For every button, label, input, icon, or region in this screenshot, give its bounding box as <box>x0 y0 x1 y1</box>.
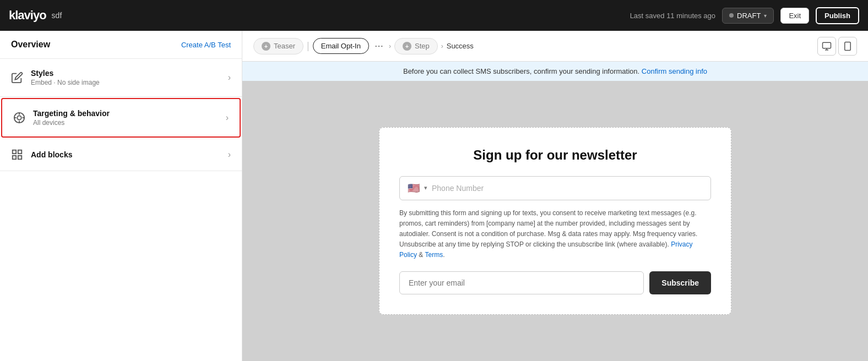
teaser-plus-icon: + <box>262 42 270 51</box>
terms-link[interactable]: Terms <box>425 251 443 259</box>
overview-title: Overview <box>11 40 50 50</box>
draft-button[interactable]: DRAFT ▾ <box>722 8 774 24</box>
flag-chevron-icon: ▾ <box>424 184 427 192</box>
addblocks-title: Add blocks <box>31 150 220 159</box>
sidebar-item-targeting[interactable]: Targeting & behavior All devices › <box>1 98 241 138</box>
last-saved-text: Last saved 11 minutes ago <box>630 12 715 20</box>
sms-banner-text: Before you can collect SMS subscribers, … <box>403 67 639 75</box>
svg-rect-7 <box>18 150 21 154</box>
svg-rect-10 <box>823 42 831 48</box>
step-divider-1: | <box>307 40 310 52</box>
step-chevron-1: › <box>389 42 391 50</box>
targeting-subtitle: All devices <box>33 119 218 127</box>
exit-button[interactable]: Exit <box>780 8 809 24</box>
email-optin-step-button[interactable]: Email Opt-In <box>313 38 369 54</box>
app-name: sdf <box>52 11 62 20</box>
logo-area: klaviyo sdf <box>9 8 62 23</box>
klaviyo-logo: klaviyo <box>9 8 46 23</box>
email-subscribe-row: Subscribe <box>399 271 711 294</box>
target-icon <box>13 112 25 124</box>
styles-subtitle: Embed · No side image <box>31 79 220 86</box>
targeting-title: Targeting & behavior <box>33 109 218 118</box>
step-button[interactable]: + Step <box>394 38 438 54</box>
subscribe-button[interactable]: Subscribe <box>649 271 711 294</box>
step-bar: + Teaser | Email Opt-In ⋯ › + Step › Suc… <box>242 31 868 62</box>
targeting-content: Targeting & behavior All devices <box>33 109 218 127</box>
sidebar-header: Overview Create A/B Test <box>0 31 242 59</box>
phone-input-row[interactable]: 🇺🇸 ▾ Phone Number <box>399 176 711 200</box>
content-area: + Teaser | Email Opt-In ⋯ › + Step › Suc… <box>242 31 868 361</box>
pencil-icon <box>11 72 23 84</box>
draft-dot <box>729 13 734 18</box>
create-ab-test-link[interactable]: Create A/B Test <box>181 41 231 49</box>
addblocks-content: Add blocks <box>31 150 220 159</box>
svg-rect-9 <box>18 156 21 159</box>
device-icons <box>817 37 857 56</box>
form-card: Sign up for our newsletter 🇺🇸 ▾ Phone Nu… <box>379 127 731 315</box>
svg-rect-6 <box>13 150 16 154</box>
confirm-sending-info-link[interactable]: Confirm sending info <box>642 67 707 75</box>
step-plus-icon: + <box>403 42 411 51</box>
period: . <box>443 251 444 259</box>
form-canvas: Sign up for our newsletter 🇺🇸 ▾ Phone Nu… <box>242 81 868 361</box>
teaser-step-button[interactable]: + Teaser <box>253 38 303 54</box>
phone-placeholder-text: Phone Number <box>432 184 484 193</box>
chevron-right-icon-2: › <box>226 113 229 123</box>
styles-content: Styles Embed · No side image <box>31 69 220 86</box>
success-label: Success <box>447 42 474 50</box>
chevron-right-icon-3: › <box>228 150 231 160</box>
grid-icon <box>11 149 23 161</box>
teaser-label: Teaser <box>274 42 295 50</box>
chevron-right-icon: › <box>228 73 231 83</box>
email-optin-label: Email Opt-In <box>321 42 361 50</box>
sidebar-item-styles[interactable]: Styles Embed · No side image › <box>0 59 242 97</box>
publish-button[interactable]: Publish <box>816 7 859 24</box>
chevron-down-icon: ▾ <box>764 13 767 19</box>
sidebar: Overview Create A/B Test Styles Embed · … <box>0 31 242 361</box>
email-input[interactable] <box>399 271 644 294</box>
us-flag-icon: 🇺🇸 <box>408 182 420 194</box>
form-title: Sign up for our newsletter <box>399 147 711 163</box>
svg-rect-8 <box>13 156 16 159</box>
sms-banner: Before you can collect SMS subscribers, … <box>242 62 868 81</box>
desktop-view-button[interactable] <box>817 37 836 56</box>
email-optin-more-button[interactable]: ⋯ <box>372 41 386 51</box>
svg-rect-13 <box>845 42 851 50</box>
sidebar-item-add-blocks[interactable]: Add blocks › <box>0 139 242 171</box>
styles-title: Styles <box>31 69 220 78</box>
draft-label: DRAFT <box>737 12 761 20</box>
mobile-view-button[interactable] <box>838 37 857 56</box>
main-layout: Overview Create A/B Test Styles Embed · … <box>0 31 868 361</box>
and-text: & <box>419 251 425 259</box>
step-chevron-2: › <box>441 42 443 50</box>
top-navigation: klaviyo sdf Last saved 11 minutes ago DR… <box>0 0 868 31</box>
svg-point-1 <box>17 116 21 119</box>
consent-text: By submitting this form and signing up f… <box>399 208 711 261</box>
step-label: Step <box>415 42 430 50</box>
